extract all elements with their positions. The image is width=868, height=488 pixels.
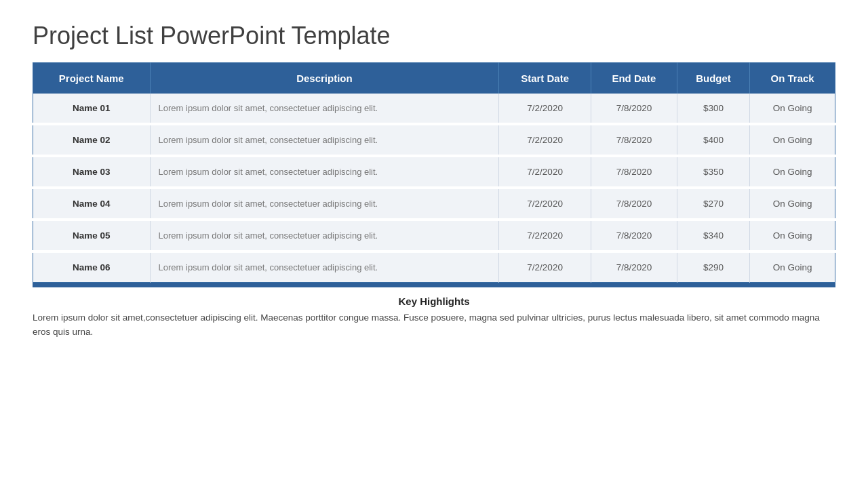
cell-endDate-row1: 7/8/2020	[591, 94, 677, 124]
cell-name-row5: Name 05	[33, 220, 151, 251]
cell-endDate-row6: 7/8/2020	[591, 251, 677, 283]
cell-description-row1: Lorem ipsum dolor sit amet, consectetuer…	[150, 94, 499, 124]
cell-status-row1: On Going	[750, 94, 835, 124]
table-row: Name 04Lorem ipsum dolor sit amet, conse…	[33, 188, 835, 220]
col-header-project-name: Project Name	[33, 63, 151, 94]
cell-name-row3: Name 03	[33, 156, 151, 188]
table-footer-bar	[33, 283, 835, 287]
key-highlights-title: Key Highlights	[33, 296, 835, 307]
col-header-budget: Budget	[677, 63, 749, 94]
cell-startDate-row4: 7/2/2020	[499, 188, 591, 220]
table-row: Name 01Lorem ipsum dolor sit amet, conse…	[33, 94, 835, 124]
cell-status-row3: On Going	[750, 156, 835, 188]
cell-startDate-row6: 7/2/2020	[499, 251, 591, 283]
table-row: Name 06Lorem ipsum dolor sit amet, conse…	[33, 251, 835, 283]
cell-budget-row1: $300	[677, 94, 749, 124]
project-table: Project Name Description Start Date End …	[33, 62, 835, 283]
cell-status-row5: On Going	[750, 220, 835, 251]
cell-startDate-row2: 7/2/2020	[499, 124, 591, 156]
cell-startDate-row3: 7/2/2020	[499, 156, 591, 188]
cell-name-row2: Name 02	[33, 124, 151, 156]
cell-endDate-row4: 7/8/2020	[591, 188, 677, 220]
cell-description-row5: Lorem ipsum dolor sit amet, consectetuer…	[150, 220, 499, 251]
page-container: Project List PowerPoint Template Project…	[0, 0, 868, 356]
col-header-end-date: End Date	[591, 63, 677, 94]
table-row: Name 03Lorem ipsum dolor sit amet, conse…	[33, 156, 835, 188]
cell-status-row6: On Going	[750, 251, 835, 283]
cell-description-row6: Lorem ipsum dolor sit amet, consectetuer…	[150, 251, 499, 283]
cell-name-row4: Name 04	[33, 188, 151, 220]
cell-startDate-row5: 7/2/2020	[499, 220, 591, 251]
cell-description-row4: Lorem ipsum dolor sit amet, consectetuer…	[150, 188, 499, 220]
cell-endDate-row3: 7/8/2020	[591, 156, 677, 188]
cell-description-row2: Lorem ipsum dolor sit amet, consectetuer…	[150, 124, 499, 156]
col-header-start-date: Start Date	[499, 63, 591, 94]
page-title: Project List PowerPoint Template	[33, 22, 835, 50]
col-header-on-track: On Track	[750, 63, 835, 94]
cell-description-row3: Lorem ipsum dolor sit amet, consectetuer…	[150, 156, 499, 188]
cell-budget-row6: $290	[677, 251, 749, 283]
cell-startDate-row1: 7/2/2020	[499, 94, 591, 124]
table-header-row: Project Name Description Start Date End …	[33, 63, 835, 94]
key-highlights-text: Lorem ipsum dolor sit amet,consectetuer …	[33, 311, 835, 340]
cell-endDate-row2: 7/8/2020	[591, 124, 677, 156]
cell-name-row1: Name 01	[33, 94, 151, 124]
key-highlights-section: Key Highlights Lorem ipsum dolor sit ame…	[33, 296, 835, 340]
cell-name-row6: Name 06	[33, 251, 151, 283]
table-row: Name 05Lorem ipsum dolor sit amet, conse…	[33, 220, 835, 251]
col-header-description: Description	[150, 63, 499, 94]
cell-budget-row4: $270	[677, 188, 749, 220]
cell-status-row4: On Going	[750, 188, 835, 220]
cell-endDate-row5: 7/8/2020	[591, 220, 677, 251]
cell-status-row2: On Going	[750, 124, 835, 156]
cell-budget-row2: $400	[677, 124, 749, 156]
cell-budget-row5: $340	[677, 220, 749, 251]
cell-budget-row3: $350	[677, 156, 749, 188]
table-row: Name 02Lorem ipsum dolor sit amet, conse…	[33, 124, 835, 156]
